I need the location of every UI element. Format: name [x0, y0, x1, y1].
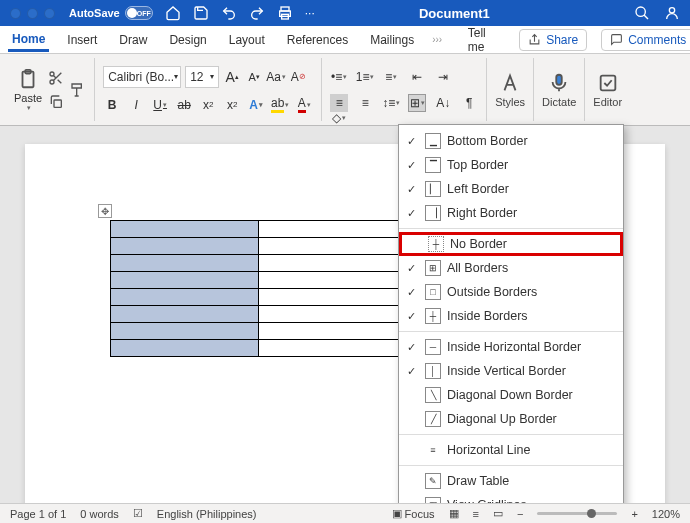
focus-mode-button[interactable]: ▣ Focus — [392, 507, 435, 520]
tab-references[interactable]: References — [283, 29, 352, 51]
copy-icon[interactable] — [48, 94, 64, 110]
table-row[interactable] — [111, 238, 407, 255]
zoom-out-button[interactable]: − — [517, 508, 523, 520]
fullscreen-traffic-icon[interactable] — [44, 8, 55, 19]
status-language[interactable]: English (Philippines) — [157, 508, 257, 520]
indent-increase-icon[interactable]: ⇥ — [434, 68, 452, 86]
redo-icon[interactable] — [249, 5, 265, 21]
table-row[interactable] — [111, 306, 407, 323]
undo-icon[interactable] — [221, 5, 237, 21]
table-row[interactable] — [111, 289, 407, 306]
view-read-icon[interactable]: ≡ — [473, 508, 479, 520]
italic-button[interactable]: I — [127, 96, 145, 114]
menu-item-top-border[interactable]: ✓▔Top Border — [399, 153, 623, 177]
menu-item-inside-v-border[interactable]: ✓│Inside Vertical Border — [399, 359, 623, 383]
editor-button[interactable]: Editor — [593, 72, 622, 108]
menu-item-right-border[interactable]: ✓▕Right Border — [399, 201, 623, 225]
tab-home[interactable]: Home — [8, 28, 49, 52]
menu-item-outside-borders[interactable]: ✓□Outside Borders — [399, 280, 623, 304]
menu-item-bottom-border[interactable]: ✓▁Bottom Border — [399, 129, 623, 153]
table-row[interactable] — [111, 272, 407, 289]
close-traffic-icon[interactable] — [10, 8, 21, 19]
bullets-icon[interactable]: •≡▾ — [330, 68, 348, 86]
tell-me-search[interactable]: Tell me — [456, 26, 491, 54]
menu-item-inside-h-border[interactable]: ✓─Inside Horizontal Border — [399, 335, 623, 359]
save-icon[interactable] — [193, 5, 209, 21]
menu-item-inside-borders[interactable]: ✓┼Inside Borders — [399, 304, 623, 328]
editor-icon — [597, 72, 619, 94]
dictate-button[interactable]: Dictate — [542, 72, 576, 108]
svg-rect-10 — [556, 74, 562, 84]
borders-button[interactable]: ⊞▾ — [408, 94, 426, 112]
format-painter-icon[interactable] — [70, 82, 86, 98]
menu-item-no-border[interactable]: ┼No Border — [399, 232, 623, 256]
underline-button[interactable]: U▾ — [151, 96, 169, 114]
ribbon-tabs: Home Insert Draw Design Layout Reference… — [0, 26, 690, 54]
table-row[interactable] — [111, 255, 407, 272]
home-icon[interactable] — [165, 5, 181, 21]
font-name-combo[interactable]: Calibri (Bo...▾ — [103, 66, 181, 88]
status-page[interactable]: Page 1 of 1 — [10, 508, 66, 520]
subscript-button[interactable]: x2 — [199, 96, 217, 114]
autosave-toggle[interactable]: AutoSave OFF — [69, 6, 153, 20]
tab-mailings[interactable]: Mailings — [366, 29, 418, 51]
spellcheck-icon[interactable]: ☑ — [133, 507, 143, 520]
font-group: Calibri (Bo...▾ 12▾ A▴ A▾ Aa▾ A⊘ B I U▾ … — [95, 58, 322, 121]
tabs-overflow-icon[interactable]: ››› — [432, 34, 442, 45]
comments-button[interactable]: Comments — [601, 29, 690, 51]
share-button[interactable]: Share — [519, 29, 587, 51]
tab-layout[interactable]: Layout — [225, 29, 269, 51]
paste-button[interactable]: Paste ▾ — [14, 68, 42, 112]
grow-font-icon[interactable]: A▴ — [223, 68, 241, 86]
table-move-handle[interactable]: ✥ — [98, 204, 112, 218]
minimize-traffic-icon[interactable] — [27, 8, 38, 19]
table-row[interactable] — [111, 323, 407, 340]
zoom-in-button[interactable]: + — [631, 508, 637, 520]
table-row[interactable] — [111, 340, 407, 357]
numbering-icon[interactable]: 1≡▾ — [356, 68, 374, 86]
scissors-icon[interactable] — [48, 70, 64, 86]
change-case-icon[interactable]: Aa▾ — [267, 68, 285, 86]
bold-button[interactable]: B — [103, 96, 121, 114]
align-center-icon[interactable]: ≡ — [356, 94, 374, 112]
status-words[interactable]: 0 words — [80, 508, 119, 520]
clear-format-icon[interactable]: A⊘ — [289, 68, 307, 86]
view-web-icon[interactable]: ▭ — [493, 507, 503, 520]
account-icon[interactable] — [664, 5, 680, 21]
tab-design[interactable]: Design — [165, 29, 210, 51]
menu-item-diag-down-border[interactable]: ╲Diagonal Down Border — [399, 383, 623, 407]
menu-item-left-border[interactable]: ✓▏Left Border — [399, 177, 623, 201]
diag-down-border-icon: ╲ — [425, 387, 441, 403]
line-spacing-icon[interactable]: ↕≡▾ — [382, 94, 400, 112]
view-print-icon[interactable]: ▦ — [449, 507, 459, 520]
show-marks-icon[interactable]: ¶ — [460, 94, 478, 112]
font-size-combo[interactable]: 12▾ — [185, 66, 219, 88]
zoom-slider[interactable] — [537, 512, 617, 515]
highlight-icon[interactable]: ab▾ — [271, 96, 289, 114]
tab-insert[interactable]: Insert — [63, 29, 101, 51]
sort-icon[interactable]: A↓ — [434, 94, 452, 112]
superscript-button[interactable]: x2 — [223, 96, 241, 114]
shrink-font-icon[interactable]: A▾ — [245, 68, 263, 86]
tab-draw[interactable]: Draw — [115, 29, 151, 51]
svg-point-4 — [669, 8, 674, 13]
indent-decrease-icon[interactable]: ⇤ — [408, 68, 426, 86]
strike-button[interactable]: ab — [175, 96, 193, 114]
document-table[interactable] — [110, 220, 407, 357]
zoom-level[interactable]: 120% — [652, 508, 680, 520]
search-icon[interactable] — [634, 5, 650, 21]
font-color-icon[interactable]: A▾ — [295, 96, 313, 114]
text-effects-icon[interactable]: A▾ — [247, 96, 265, 114]
menu-item-horizontal-line[interactable]: ≡Horizontal Line — [399, 438, 623, 462]
styles-button[interactable]: Styles — [495, 72, 525, 108]
clipboard-group: Paste ▾ — [6, 58, 95, 121]
menu-item-all-borders[interactable]: ✓⊞All Borders — [399, 256, 623, 280]
menu-item-draw-table[interactable]: ✎Draw Table — [399, 469, 623, 493]
shading-icon[interactable]: ◇▾ — [330, 109, 348, 127]
autosave-switch[interactable]: OFF — [125, 6, 153, 20]
window-controls[interactable] — [10, 8, 55, 19]
menu-item-diag-up-border[interactable]: ╱Diagonal Up Border — [399, 407, 623, 431]
multilevel-icon[interactable]: ≡▾ — [382, 68, 400, 86]
table-row[interactable] — [111, 221, 407, 238]
svg-point-7 — [50, 72, 54, 76]
